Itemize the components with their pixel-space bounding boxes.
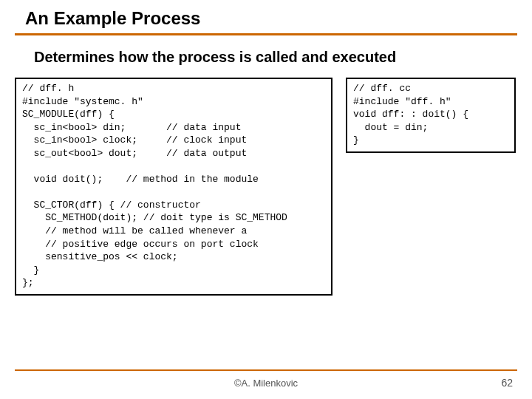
page-number: 62 bbox=[501, 377, 513, 389]
footer-rule bbox=[15, 369, 517, 371]
code-left: // dff. h #include "systemc. h" SC_MODUL… bbox=[22, 82, 325, 290]
title-rule bbox=[15, 33, 517, 35]
code-area: // dff. h #include "systemc. h" SC_MODUL… bbox=[15, 78, 517, 296]
slide: An Example Process Determines how the pr… bbox=[0, 0, 532, 399]
page-title: An Example Process bbox=[25, 8, 517, 29]
subtitle: Determines how the process is called and… bbox=[34, 49, 517, 66]
footer-author: ©A. Milenkovic bbox=[0, 378, 532, 389]
code-right: // dff. cc #include "dff. h" void dff: :… bbox=[353, 82, 508, 147]
code-box-right: // dff. cc #include "dff. h" void dff: :… bbox=[346, 78, 516, 153]
code-box-left: // dff. h #include "systemc. h" SC_MODUL… bbox=[15, 78, 332, 296]
